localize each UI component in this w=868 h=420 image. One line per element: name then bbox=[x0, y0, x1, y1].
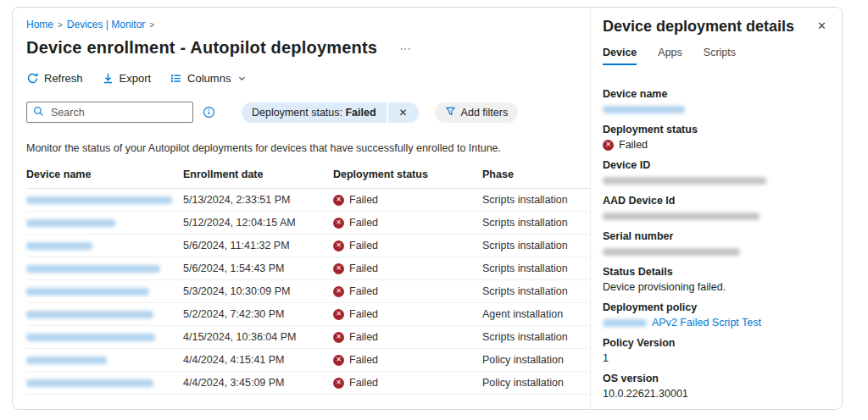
more-options-icon[interactable]: ⋯ bbox=[399, 41, 412, 55]
column-header-enrollment-date[interactable]: Enrollment date bbox=[183, 169, 333, 180]
table-row[interactable]: 5/12/2024, 12:04:15 AM ✕Failed Scripts i… bbox=[26, 212, 591, 235]
filter-pill-close-icon[interactable]: ✕ bbox=[388, 102, 419, 123]
column-header-deployment-status[interactable]: Deployment status bbox=[333, 169, 482, 180]
field-policy-version: Policy Version 1 bbox=[603, 337, 828, 364]
cell-enrollment-date: 4/4/2024, 3:45:09 PM bbox=[183, 377, 333, 389]
column-header-phase[interactable]: Phase bbox=[482, 169, 591, 180]
cell-deployment-status: ✕Failed bbox=[333, 240, 482, 251]
cell-enrollment-date: 5/6/2024, 1:54:43 PM bbox=[183, 262, 333, 274]
export-label: Export bbox=[120, 72, 152, 85]
refresh-button[interactable]: Refresh bbox=[26, 72, 83, 85]
cell-device-name[interactable] bbox=[26, 262, 183, 274]
deployment-policy-link[interactable]: APv2 Failed Script Test bbox=[652, 317, 761, 329]
field-label: Serial number bbox=[603, 230, 828, 242]
tab-scripts[interactable]: Scripts bbox=[704, 47, 736, 65]
download-icon bbox=[102, 72, 114, 85]
status-label: Failed bbox=[349, 217, 378, 229]
table-row[interactable]: 5/13/2024, 2:33:51 PM ✕Failed Scripts in… bbox=[26, 189, 591, 212]
field-os-version: OS version 10.0.22621.30001 bbox=[603, 373, 828, 400]
chevron-down-icon bbox=[237, 74, 247, 83]
redacted-device-name bbox=[26, 288, 149, 296]
cell-deployment-status: ✕Failed bbox=[333, 331, 482, 343]
cell-device-name[interactable] bbox=[26, 240, 183, 251]
close-icon[interactable]: ✕ bbox=[815, 18, 828, 34]
deployment-status-filter-pill: Deployment status: Failed ✕ bbox=[242, 102, 419, 123]
status-label: Failed bbox=[349, 354, 378, 366]
screenshot-frame: Home > Devices | Monitor > Device enroll… bbox=[12, 7, 843, 410]
cell-device-name[interactable] bbox=[26, 331, 183, 343]
cell-device-name[interactable] bbox=[26, 377, 183, 389]
filter-pill-value: Failed bbox=[345, 107, 376, 119]
field-label: Deployment policy bbox=[603, 301, 828, 313]
field-label: Status Details bbox=[603, 266, 828, 278]
panel-fields: Device name Deployment status ✕Failed De… bbox=[603, 88, 828, 400]
filter-pill-key: Deployment status: bbox=[252, 107, 342, 119]
table-row[interactable]: 4/4/2024, 4:15:41 PM ✕Failed Policy inst… bbox=[26, 349, 591, 372]
field-deployment-policy: Deployment policy APv2 Failed Script Tes… bbox=[603, 301, 828, 329]
cell-enrollment-date: 5/3/2024, 10:30:09 PM bbox=[183, 285, 333, 297]
filter-pill-label[interactable]: Deployment status: Failed bbox=[242, 102, 387, 123]
breadcrumb-separator: > bbox=[58, 20, 63, 30]
tab-device[interactable]: Device bbox=[603, 47, 637, 65]
cell-deployment-status: ✕Failed bbox=[333, 308, 482, 320]
failed-status-icon: ✕ bbox=[333, 218, 344, 229]
cell-phase: Scripts installation bbox=[482, 240, 591, 251]
field-value: 10.0.22621.30001 bbox=[603, 388, 828, 400]
search-box[interactable] bbox=[26, 102, 193, 123]
column-header-device-name[interactable]: Device name bbox=[26, 169, 183, 180]
redacted-device-name bbox=[26, 334, 155, 341]
table-row[interactable]: 5/6/2024, 11:41:32 PM ✕Failed Scripts in… bbox=[26, 235, 591, 257]
cell-enrollment-date: 5/6/2024, 11:41:32 PM bbox=[183, 240, 333, 251]
cell-device-name[interactable] bbox=[26, 285, 183, 297]
failed-status-icon: ✕ bbox=[333, 286, 344, 297]
redacted-value bbox=[603, 248, 740, 256]
field-deployment-status: Deployment status ✕Failed bbox=[603, 124, 828, 151]
toolbar: Refresh Export Columns bbox=[26, 72, 593, 85]
cell-deployment-status: ✕Failed bbox=[333, 285, 482, 297]
failed-status-icon: ✕ bbox=[333, 355, 344, 366]
panel-header: Device deployment details ✕ bbox=[603, 18, 828, 36]
cell-device-name[interactable] bbox=[26, 308, 183, 320]
table-row[interactable]: 5/2/2024, 7:42:30 PM ✕Failed Agent insta… bbox=[26, 303, 591, 326]
field-value: Device provisioning failed. bbox=[603, 281, 828, 293]
panel-tabs: Device Apps Scripts bbox=[603, 47, 828, 65]
breadcrumb-devices-monitor-link[interactable]: Devices | Monitor bbox=[67, 19, 145, 30]
cell-enrollment-date: 5/12/2024, 12:04:15 AM bbox=[183, 217, 333, 229]
cell-enrollment-date: 4/4/2024, 4:15:41 PM bbox=[183, 354, 333, 366]
cell-device-name[interactable] bbox=[26, 194, 183, 206]
columns-button[interactable]: Columns bbox=[170, 72, 247, 85]
redacted-device-name bbox=[26, 219, 115, 227]
add-filters-button[interactable]: Add filters bbox=[435, 102, 519, 123]
field-value: 1 bbox=[603, 352, 828, 364]
status-label: Failed bbox=[349, 285, 378, 297]
failed-status-icon: ✕ bbox=[333, 240, 344, 251]
cell-device-name[interactable] bbox=[26, 217, 183, 229]
search-input[interactable] bbox=[49, 106, 186, 119]
status-label: Failed bbox=[349, 308, 378, 320]
table-row[interactable]: 4/15/2024, 10:36:04 PM ✕Failed Scripts i… bbox=[26, 326, 591, 349]
table-row[interactable]: 5/6/2024, 1:54:43 PM ✕Failed Scripts ins… bbox=[26, 257, 591, 280]
export-button[interactable]: Export bbox=[102, 72, 152, 85]
status-label: Failed bbox=[349, 377, 378, 389]
redacted-device-name bbox=[26, 356, 107, 364]
field-label: Device ID bbox=[603, 159, 828, 171]
breadcrumb-home-link[interactable]: Home bbox=[26, 19, 53, 30]
breadcrumb-separator: > bbox=[149, 20, 154, 30]
tab-apps[interactable]: Apps bbox=[658, 47, 682, 65]
status-label: Failed bbox=[619, 139, 648, 151]
table-row[interactable]: 4/4/2024, 3:45:09 PM ✕Failed Policy inst… bbox=[26, 372, 591, 395]
failed-status-icon: ✕ bbox=[333, 378, 344, 389]
info-icon[interactable] bbox=[203, 106, 215, 119]
table-row[interactable]: 5/3/2024, 10:30:09 PM ✕Failed Scripts in… bbox=[26, 280, 591, 303]
cell-deployment-status: ✕Failed bbox=[333, 217, 482, 229]
cell-phase: Policy installation bbox=[482, 377, 591, 389]
cell-device-name[interactable] bbox=[26, 354, 183, 366]
field-aad-device-id: AAD Device Id bbox=[603, 195, 828, 222]
redacted-device-name bbox=[26, 242, 92, 250]
deployments-table: Device name Enrollment date Deployment s… bbox=[26, 164, 591, 395]
table-header: Device name Enrollment date Deployment s… bbox=[26, 164, 591, 189]
title-row: Device enrollment - Autopilot deployment… bbox=[26, 38, 593, 58]
cell-phase: Scripts installation bbox=[482, 285, 591, 297]
field-label: OS version bbox=[603, 373, 828, 384]
redacted-value bbox=[603, 319, 647, 327]
